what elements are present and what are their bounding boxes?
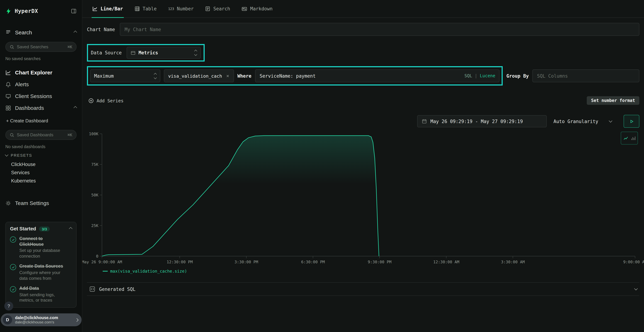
hyperdx-logo-icon[interactable] bbox=[5, 8, 12, 14]
preset-services[interactable]: Services bbox=[5, 168, 76, 177]
get-started-header[interactable]: Get Started 3/3 bbox=[10, 226, 72, 232]
svg-text:0: 0 bbox=[96, 254, 98, 258]
tab-search[interactable]: Search bbox=[205, 0, 230, 18]
svg-text:3:30:00 PM: 3:30:00 PM bbox=[234, 260, 258, 264]
svg-text:3:30:00 AM: 3:30:00 AM bbox=[501, 260, 525, 264]
group-by-input[interactable] bbox=[532, 70, 639, 82]
plus-circle-icon bbox=[88, 98, 94, 103]
where-input[interactable] bbox=[255, 70, 500, 82]
svg-text:100K: 100K bbox=[89, 132, 98, 136]
app-window: HyperDX Search Saved Searches ⌘K No save… bbox=[0, 0, 644, 332]
chevron-right-icon bbox=[75, 318, 78, 322]
get-started-item[interactable]: Create Data Sources Configure where your… bbox=[10, 264, 72, 282]
generated-sql-toggle[interactable]: Generated SQL bbox=[87, 282, 639, 296]
saved-searches-input[interactable]: Saved Searches ⌘K bbox=[5, 42, 76, 52]
dashboards-grid-icon bbox=[5, 105, 11, 111]
sidebar-item-label: Alerts bbox=[15, 81, 29, 87]
create-dashboard-button[interactable]: + Create Dashboard bbox=[6, 118, 76, 124]
sidebar-item-label: Client Sessions bbox=[15, 93, 52, 99]
sidebar-item-client-sessions[interactable]: Client Sessions bbox=[5, 90, 76, 102]
tab-markdown[interactable]: Markdown bbox=[242, 0, 273, 18]
lucene-language-toggle[interactable]: Lucene bbox=[480, 73, 495, 78]
svg-text:12:30:00 AM: 12:30:00 AM bbox=[433, 260, 460, 264]
aggregation-select[interactable]: Maximum bbox=[90, 70, 160, 82]
chevron-up-icon[interactable] bbox=[69, 227, 72, 230]
chart-display-toggle bbox=[621, 132, 638, 144]
line-chart-toggle-icon[interactable] bbox=[623, 136, 628, 141]
run-query-button[interactable] bbox=[624, 115, 639, 128]
chart-type-tabbar: Line/Bar Table 123 Number Search bbox=[82, 0, 644, 18]
tab-label: Line/Bar bbox=[100, 6, 123, 12]
set-number-format-button[interactable]: Set number format bbox=[587, 96, 639, 105]
search-list-icon bbox=[205, 6, 210, 12]
get-started-item[interactable]: Connect to ClickHouse Set up your databa… bbox=[10, 236, 72, 259]
sidebar-item-label: Team Settings bbox=[15, 200, 49, 206]
line-chart-icon bbox=[92, 6, 98, 12]
presets-header[interactable]: PRESETS bbox=[5, 153, 76, 158]
get-started-item[interactable]: Add Data Start sending logs, metrics, or… bbox=[10, 286, 72, 304]
chevron-up-icon[interactable] bbox=[74, 30, 77, 34]
aggregation-value: Maximum bbox=[94, 73, 114, 78]
tab-table[interactable]: Table bbox=[134, 0, 156, 18]
check-circle-icon bbox=[10, 286, 16, 292]
search-section-header[interactable]: Search bbox=[5, 28, 76, 36]
tab-line-bar[interactable]: Line/Bar bbox=[92, 0, 123, 18]
sql-language-toggle[interactable]: SQL bbox=[464, 73, 472, 78]
saved-dashboards-input[interactable]: Saved Dashboards ⌘K bbox=[5, 130, 76, 140]
tab-label: Table bbox=[142, 6, 156, 12]
number-123-icon: 123 bbox=[168, 7, 174, 11]
data-source-select[interactable]: Metrics bbox=[127, 47, 201, 59]
chart-name-input[interactable] bbox=[120, 23, 639, 36]
code-icon bbox=[89, 286, 95, 292]
chevron-up-icon[interactable] bbox=[74, 106, 77, 110]
chart-canvas[interactable]: 025K50K75K100KMay 26 9:00:00 AM12:30:00 … bbox=[87, 130, 640, 267]
data-source-label: Data Source bbox=[91, 50, 122, 56]
get-started-item-title: Create Data Sources bbox=[19, 264, 66, 270]
metric-chip[interactable]: visa_validation_cach bbox=[164, 70, 234, 82]
language-divider: | bbox=[475, 73, 477, 78]
close-icon[interactable] bbox=[226, 74, 230, 78]
collapse-sidebar-icon[interactable] bbox=[71, 8, 76, 14]
granularity-select[interactable]: Auto Granularity bbox=[550, 115, 616, 127]
chevron-down-icon bbox=[5, 153, 8, 156]
chart-name-label: Chart Name bbox=[87, 27, 115, 32]
tab-number[interactable]: 123 Number bbox=[168, 0, 194, 18]
svg-text:12:30:00 PM: 12:30:00 PM bbox=[167, 260, 193, 264]
series-highlight-box: Maximum visa_validation_cach Where SQL | bbox=[87, 66, 503, 86]
chart-legend[interactable]: max(visa_validation_cache.size) bbox=[103, 269, 639, 274]
sidebar-item-dashboards[interactable]: Dashboards bbox=[5, 102, 76, 114]
user-profile-bar[interactable]: D dale@clickhouse.com dale@clickhouse.co… bbox=[1, 314, 82, 326]
sidebar: HyperDX Search Saved Searches ⌘K No save… bbox=[0, 0, 82, 332]
preset-kubernetes[interactable]: Kubernetes bbox=[5, 177, 76, 185]
chart-line-icon bbox=[5, 70, 11, 75]
sidebar-item-team-settings[interactable]: Team Settings bbox=[5, 197, 76, 209]
add-series-button[interactable]: Add Series bbox=[88, 98, 124, 103]
sidebar-item-chart-explorer[interactable]: Chart Explorer bbox=[5, 66, 76, 78]
date-range-picker[interactable]: May 26 09:29:19 - May 27 09:29:19 bbox=[417, 115, 547, 127]
get-started-item-desc: Set up your database connection bbox=[19, 248, 66, 259]
get-started-title: Get Started bbox=[10, 226, 36, 232]
search-section-label: Search bbox=[15, 29, 32, 35]
get-started-item-desc: Configure where your data comes from bbox=[19, 270, 66, 281]
bell-icon bbox=[5, 82, 11, 87]
data-source-highlight-box: Data Source Metrics bbox=[87, 44, 205, 62]
shortcut-badge: ⌘K bbox=[68, 44, 72, 49]
sidebar-item-label: Dashboards bbox=[15, 105, 44, 111]
get-started-item-desc: Start sending logs, metrics, or traces bbox=[19, 292, 66, 304]
monitor-icon bbox=[5, 93, 11, 99]
table-icon bbox=[134, 6, 140, 12]
date-range-value: May 26 09:29:19 - May 27 09:29:19 bbox=[430, 118, 523, 124]
tab-label: Markdown bbox=[250, 6, 273, 12]
presets-label: PRESETS bbox=[11, 153, 32, 158]
database-icon bbox=[130, 50, 136, 55]
brand-name[interactable]: HyperDX bbox=[15, 8, 38, 14]
markdown-icon bbox=[242, 6, 248, 12]
saved-searches-placeholder: Saved Searches bbox=[17, 44, 68, 49]
get-started-card: Get Started 3/3 Connect to ClickHouse Se… bbox=[5, 222, 76, 308]
sidebar-item-alerts[interactable]: Alerts bbox=[5, 78, 76, 90]
bar-chart-toggle-icon[interactable] bbox=[631, 136, 636, 140]
get-started-item-title: Connect to ClickHouse bbox=[19, 236, 66, 248]
preset-clickhouse[interactable]: ClickHouse bbox=[5, 160, 76, 168]
help-button[interactable]: ? bbox=[4, 302, 13, 310]
shortcut-badge: ⌘K bbox=[68, 132, 72, 137]
